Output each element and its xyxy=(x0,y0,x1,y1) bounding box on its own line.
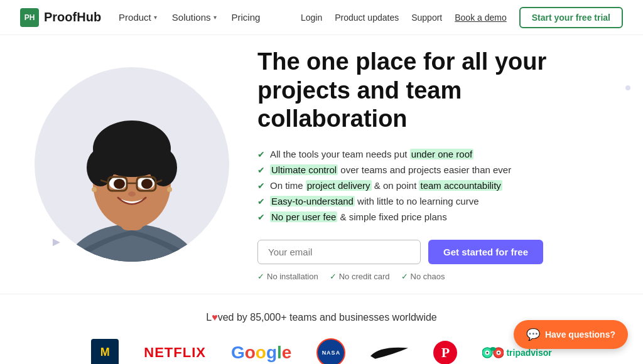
nav-item-solutions[interactable]: Solutions ▾ xyxy=(172,12,217,23)
svg-point-10 xyxy=(141,179,153,189)
check-icon: ✔ xyxy=(257,212,265,222)
chevron-down-icon: ▾ xyxy=(154,14,157,21)
feature-item-5: ✔ No per user fee & simple fixed price p… xyxy=(257,211,605,222)
get-started-button[interactable]: Get started for free xyxy=(428,240,543,264)
feature-item-2: ✔ Ultimate control over teams and projec… xyxy=(257,164,605,175)
heart-icon: ♥ xyxy=(212,312,218,323)
feature-item-3: ✔ On time project delivery & on point te… xyxy=(257,180,605,191)
check-icon: ✔ xyxy=(257,181,265,191)
form-note-installation: ✓ No installation xyxy=(257,272,318,281)
hero-person-image xyxy=(50,67,213,262)
pinterest-logo: P xyxy=(433,341,457,364)
check-icon: ✔ xyxy=(257,165,265,175)
google-logo: Google xyxy=(231,343,291,363)
chevron-down-icon: ▾ xyxy=(213,14,217,21)
highlight-under-one-roof: under one roof xyxy=(410,149,474,159)
form-notes: ✓ No installation ✓ No credit card ✓ No … xyxy=(257,272,605,281)
email-input[interactable] xyxy=(257,240,421,264)
start-trial-button[interactable]: Start your free trial xyxy=(519,7,623,28)
check-icon: ✓ xyxy=(401,272,408,281)
hero-image-area: ► xyxy=(25,67,239,262)
svg-point-9 xyxy=(114,179,125,189)
svg-point-23 xyxy=(487,351,489,353)
nav-book-demo[interactable]: Book a demo xyxy=(455,13,507,23)
nav-support[interactable]: Support xyxy=(411,13,442,23)
nav-item-product[interactable]: Product ▾ xyxy=(119,12,157,23)
form-note-credit-card: ✓ No credit card xyxy=(330,272,390,281)
nav-left: PH ProofHub Product ▾ Solutions ▾ Pricin… xyxy=(20,8,260,27)
email-form: Get started for free xyxy=(257,240,605,264)
highlight-ultimate-control: Ultimate control xyxy=(270,164,338,175)
svg-point-16 xyxy=(128,191,136,196)
nav-product-updates[interactable]: Product updates xyxy=(335,13,399,23)
check-icon: ✓ xyxy=(330,272,337,281)
check-icon: ✓ xyxy=(257,272,264,281)
logo[interactable]: PH ProofHub xyxy=(20,8,101,27)
hero-content: The one place for all your projects and … xyxy=(239,48,605,281)
highlight-easy-to-understand: Easy-to-understand xyxy=(270,196,355,206)
check-icon: ✔ xyxy=(257,196,265,206)
nav-menu: Product ▾ Solutions ▾ Pricing xyxy=(119,12,260,23)
nav-right: Login Product updates Support Book a dem… xyxy=(301,7,623,28)
svg-point-18 xyxy=(167,187,172,192)
logo-icon: PH xyxy=(20,8,39,27)
nav-item-pricing[interactable]: Pricing xyxy=(232,12,261,23)
feature-item-4: ✔ Easy-to-understand with little to no l… xyxy=(257,196,605,206)
chat-label: Have questions? xyxy=(545,329,615,340)
check-icon: ✔ xyxy=(257,149,265,159)
navbar: PH ProofHub Product ▾ Solutions ▾ Pricin… xyxy=(0,0,643,35)
chat-icon: 💬 xyxy=(526,328,540,341)
svg-point-24 xyxy=(498,351,500,353)
hero-section: ► The one place for all your projects an… xyxy=(0,35,643,294)
chat-button[interactable]: 💬 Have questions? xyxy=(514,320,628,349)
michigan-logo: M xyxy=(91,339,119,364)
highlight-project-delivery: project delivery xyxy=(306,180,372,191)
form-note-chaos: ✓ No chaos xyxy=(401,272,445,281)
dot-decoration xyxy=(625,85,630,90)
highlight-no-per-user-fee: No per user fee xyxy=(270,211,337,222)
nav-login[interactable]: Login xyxy=(301,13,322,23)
nike-logo xyxy=(370,343,408,362)
svg-point-17 xyxy=(92,187,97,192)
netflix-logo: NETFLIX xyxy=(144,345,206,361)
svg-point-25 xyxy=(490,347,496,351)
logo-text: ProofHub xyxy=(44,10,101,24)
feature-list: ✔ All the tools your team needs put unde… xyxy=(257,149,605,222)
arrow-decoration: ► xyxy=(50,235,63,249)
feature-item-1: ✔ All the tools your team needs put unde… xyxy=(257,149,605,159)
hero-circle-bg xyxy=(35,67,229,262)
hero-title: The one place for all your projects and … xyxy=(257,48,605,134)
nasa-logo: NASA xyxy=(316,338,345,364)
svg-point-6 xyxy=(97,139,166,177)
highlight-team-accountability: team accountability xyxy=(419,180,502,191)
